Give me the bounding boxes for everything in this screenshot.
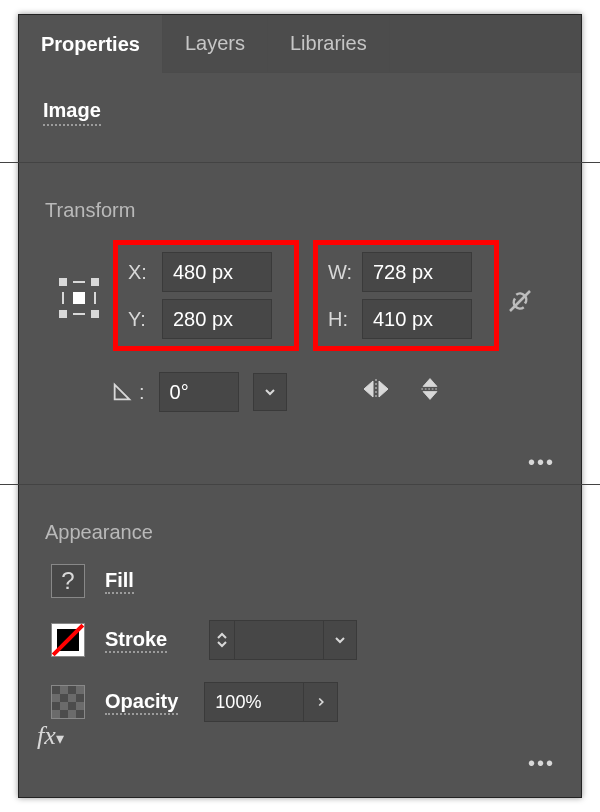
x-input[interactable]: 480 px	[162, 252, 272, 292]
tab-libraries[interactable]: Libraries	[268, 15, 390, 73]
rotation-dropdown-button[interactable]	[253, 373, 287, 411]
fx-button[interactable]: fx▾	[37, 721, 64, 751]
opacity-flyout-button[interactable]	[304, 682, 338, 722]
object-type-label: Image	[43, 99, 101, 126]
stroke-weight-stepper[interactable]	[209, 620, 235, 660]
stroke-weight-dropdown[interactable]	[323, 620, 357, 660]
flip-vertical-icon[interactable]	[415, 376, 445, 406]
y-input[interactable]: 280 px	[162, 299, 272, 339]
transform-section: X: 480 px Y: 280 px W: 728 px H: 410 px	[41, 242, 559, 472]
wh-group-highlight: W: 728 px H: 410 px	[313, 240, 499, 351]
w-label: W:	[328, 261, 362, 284]
svg-marker-2	[379, 381, 388, 397]
w-input[interactable]: 728 px	[362, 252, 472, 292]
svg-marker-5	[423, 392, 437, 400]
properties-panel: Properties Layers Libraries Image Transf…	[18, 14, 582, 798]
x-label: X:	[128, 261, 162, 284]
y-label: Y:	[128, 308, 162, 331]
link-aspect-icon[interactable]	[505, 286, 535, 320]
rotation-label: :	[111, 381, 145, 404]
opacity-swatch[interactable]	[51, 685, 85, 719]
flip-horizontal-icon[interactable]	[361, 376, 391, 406]
h-input[interactable]: 410 px	[362, 299, 472, 339]
stroke-weight-input[interactable]	[235, 620, 323, 660]
opacity-label: Opacity	[105, 690, 178, 715]
panel-tabs: Properties Layers Libraries	[19, 15, 581, 73]
appearance-more-icon[interactable]: •••	[528, 752, 555, 775]
svg-marker-1	[364, 381, 373, 397]
stroke-swatch[interactable]	[51, 623, 85, 657]
appearance-section-title: Appearance	[45, 521, 559, 544]
reference-point-selector[interactable]	[57, 276, 101, 320]
svg-marker-4	[423, 379, 437, 387]
opacity-input[interactable]: 100%	[204, 682, 304, 722]
tab-properties[interactable]: Properties	[19, 15, 163, 73]
h-label: H:	[328, 308, 362, 331]
transform-more-icon[interactable]: •••	[528, 451, 555, 474]
fill-swatch[interactable]: ?	[51, 564, 85, 598]
rotation-icon	[111, 381, 133, 403]
tab-layers[interactable]: Layers	[163, 15, 268, 73]
transform-section-title: Transform	[45, 199, 559, 222]
fill-label: Fill	[105, 569, 134, 594]
xy-group-highlight: X: 480 px Y: 280 px	[113, 240, 299, 351]
rotation-input[interactable]: 0°	[159, 372, 239, 412]
stroke-label: Stroke	[105, 628, 167, 653]
